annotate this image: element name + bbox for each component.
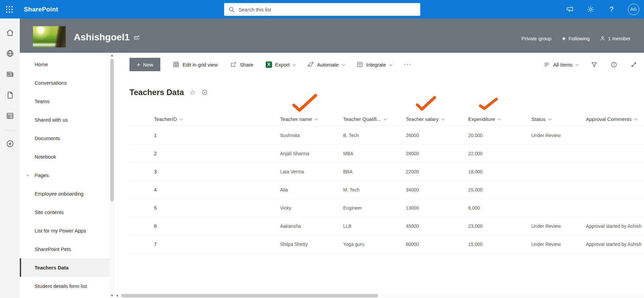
scrollbar-thumb[interactable] <box>110 59 114 202</box>
list-title-row: Teachers Data ☆ <box>129 88 208 97</box>
help-icon[interactable]: ? <box>607 5 616 14</box>
document-icon[interactable] <box>2 87 18 103</box>
status-value: Under Review <box>531 223 586 229</box>
sidebar-item-notebook[interactable]: Notebook <box>20 147 110 166</box>
lists-icon[interactable] <box>2 108 18 124</box>
integrate-button[interactable]: Integrate <box>357 61 391 68</box>
chevron-down-icon[interactable] <box>26 173 30 176</box>
table-row[interactable]: 4 Alia M. Tech 34000 25,000 <box>129 181 644 199</box>
rail-divider <box>4 130 16 130</box>
scroll-down-arrow-icon[interactable] <box>111 295 113 297</box>
table-row[interactable]: 1 Sushmita B. Tech 26000 20,000 Under Re… <box>129 126 644 144</box>
suite-app-name[interactable]: SharePoint <box>24 6 58 13</box>
star-filled-icon: ★ <box>561 35 566 42</box>
sidebar-scrollbar[interactable] <box>110 53 114 298</box>
sidebar-item-site-contents[interactable]: Site contents <box>20 203 110 221</box>
circle-check-icon[interactable] <box>201 89 208 96</box>
sidebar-item-home[interactable]: Home <box>20 55 110 74</box>
command-bar-right: All Items <box>543 61 637 68</box>
sidebar-item-teachers-data[interactable]: Teachers Data <box>20 258 110 277</box>
news-icon[interactable] <box>2 66 18 82</box>
chevron-down-icon <box>634 117 638 120</box>
command-bar: + New Edit in grid view Share X Export <box>129 57 637 72</box>
column-header-status[interactable]: Status <box>531 116 586 122</box>
search-input[interactable] <box>238 7 416 12</box>
globe-icon[interactable] <box>2 45 18 61</box>
privacy-label: Private group <box>522 36 551 41</box>
chevron-down-icon <box>384 117 387 120</box>
megaphone-icon[interactable] <box>566 5 574 14</box>
status-value: Under Review <box>531 242 586 247</box>
share-button[interactable]: Share <box>230 61 253 68</box>
sidebar-item-employee-onboarding[interactable]: Employee onboarding <box>20 184 110 203</box>
sidebar-item-pages[interactable]: Pages <box>20 166 110 184</box>
table-header-row: TeacherID Teacher name Teacher Qualifi..… <box>129 113 644 126</box>
chevron-down-icon <box>548 117 551 120</box>
site-header: Ashishgoel1 T Private group ★ Following … <box>20 18 644 53</box>
automate-flow-icon <box>307 61 314 68</box>
scroll-up-arrow-icon[interactable] <box>111 54 113 56</box>
sidebar-item-list-for-my-power-apps[interactable]: List for my Power Apps <box>20 221 110 240</box>
sidebar-item-conversations[interactable]: Conversations <box>20 74 110 92</box>
home-icon[interactable] <box>2 25 18 41</box>
column-header-teacher-name[interactable]: Teacher name <box>280 116 343 122</box>
sidebar-item-shared-with-us[interactable]: Shared with us <box>20 111 110 129</box>
filter-icon[interactable] <box>591 61 598 68</box>
person-icon <box>600 36 605 41</box>
plus-icon: + <box>137 61 140 68</box>
scrollbar-thumb[interactable] <box>121 294 378 297</box>
column-header-teacher-qualification[interactable]: Teacher Qualifi... <box>343 116 406 122</box>
new-button[interactable]: + New <box>129 58 160 71</box>
chevron-down-icon <box>441 117 445 120</box>
search-box[interactable] <box>224 3 420 16</box>
account-avatar[interactable]: AG <box>628 4 639 15</box>
column-header-teacherid[interactable]: TeacherID <box>129 116 280 122</box>
column-header-expenditure[interactable]: Expenditure <box>468 116 531 122</box>
grid-icon <box>173 61 179 68</box>
table-row[interactable]: 7 Shilpa Shetty Yoga guru 60000 15,000 U… <box>129 235 644 253</box>
excel-icon: X <box>266 61 272 68</box>
annotation-check-expenditure <box>478 97 499 111</box>
sidebar-item-documents[interactable]: Documents <box>20 129 110 147</box>
more-commands-button[interactable]: ··· <box>404 61 412 68</box>
sidebar-item-teams[interactable]: Teams <box>20 92 110 111</box>
chevron-down-icon <box>576 62 579 66</box>
integrate-icon <box>357 61 363 68</box>
chevron-down-icon <box>389 62 392 66</box>
view-selector[interactable]: All Items <box>543 61 578 68</box>
horizontal-scrollbar[interactable] <box>114 293 644 298</box>
annotation-check-teacher-salary <box>415 95 437 112</box>
sidebar-item-student-details-form-list[interactable]: Student details form list <box>20 277 110 295</box>
create-plus-icon[interactable] <box>2 136 18 152</box>
column-header-approval-comments[interactable]: Approval Comments <box>586 116 644 122</box>
chevron-down-icon <box>315 117 318 120</box>
export-button[interactable]: X Export <box>266 61 295 68</box>
automate-button[interactable]: Automate <box>307 61 344 68</box>
edit-in-grid-view-button[interactable]: Edit in grid view <box>173 61 218 68</box>
share-icon <box>230 61 237 68</box>
table-row[interactable]: 5 Vicky Engineer 13000 6,000 <box>129 199 644 217</box>
table-row[interactable]: 2 Anjali Sharma MBA 28000 22,000 <box>129 144 644 163</box>
sidebar-item-sharepoint-pets[interactable]: SharePoint Pets <box>20 240 110 258</box>
search-icon <box>228 6 235 13</box>
settings-gear-icon[interactable] <box>586 5 595 14</box>
site-navigation: Home Conversations Teams Shared with us … <box>20 53 110 298</box>
column-header-teacher-salary[interactable]: Teacher salary <box>406 116 468 122</box>
annotation-check-teacher-name <box>291 93 319 113</box>
table-row[interactable]: 6 Aakansha LLB 45000 23,000 Under Review… <box>129 217 644 235</box>
members-count[interactable]: 1 member <box>600 36 631 41</box>
site-title[interactable]: Ashishgoel1 <box>74 32 129 43</box>
chevron-down-icon <box>342 62 345 66</box>
fullscreen-expand-icon[interactable] <box>630 61 637 68</box>
favorite-star-icon[interactable]: ☆ <box>190 89 196 96</box>
site-logo-image[interactable] <box>33 26 66 47</box>
left-app-rail <box>0 18 20 298</box>
table-row[interactable]: 3 Lata Verma BBA 22000 18,000 <box>129 163 644 181</box>
scroll-left-arrow-icon[interactable] <box>116 294 118 297</box>
suite-right-icons: ? AG <box>566 0 639 18</box>
list-view-main: + New Edit in grid view Share X Export <box>114 53 644 298</box>
info-icon[interactable] <box>610 61 618 68</box>
app-launcher-waffle-icon[interactable] <box>0 0 18 18</box>
teams-icon[interactable]: T <box>133 34 140 41</box>
following-toggle[interactable]: ★ Following <box>561 35 590 42</box>
